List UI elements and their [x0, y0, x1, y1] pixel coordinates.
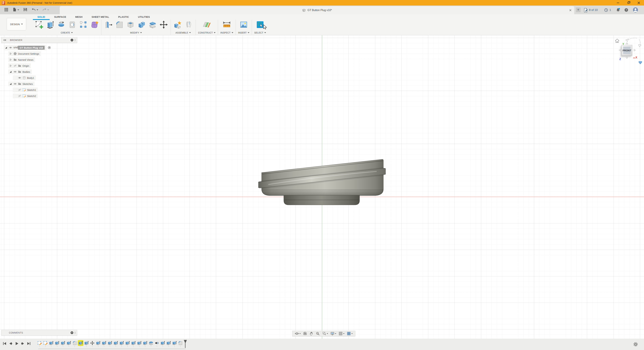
tool-press-pull-button[interactable]: [104, 20, 113, 29]
design-workspace-menu[interactable]: DESIGN: [7, 18, 26, 30]
browser-row-document-settings[interactable]: Document Settings: [1, 51, 77, 57]
user-avatar[interactable]: [633, 8, 638, 12]
timeline-feature-23-extrude[interactable]: [166, 341, 171, 347]
tool-split-body-button[interactable]: [148, 20, 157, 29]
tool-joint-button[interactable]: [184, 20, 193, 29]
visibility-eye-icon[interactable]: [9, 46, 12, 49]
ribbon-tab-plastic[interactable]: PLASTIC: [114, 14, 134, 20]
activate-component-radio[interactable]: [48, 46, 51, 49]
skip-to-end-button[interactable]: [26, 341, 31, 346]
expander-collapsed-icon[interactable]: [9, 64, 12, 67]
tool-insert-image-button[interactable]: [239, 20, 248, 29]
tool-combine-button[interactable]: [137, 20, 146, 29]
timeline-feature-5-extrude[interactable]: [61, 341, 65, 347]
play-button[interactable]: [14, 341, 19, 346]
expander-expanded-icon[interactable]: [5, 46, 8, 49]
quick-access-save-icon[interactable]: [22, 6, 29, 13]
tool-hole-button[interactable]: [68, 20, 77, 29]
viewcube-arrow-up[interactable]: [626, 42, 628, 44]
ribbon-group-label-insert[interactable]: INSERT: [238, 31, 250, 34]
tool-create-form-button[interactable]: [90, 20, 99, 29]
visibility-eye-icon[interactable]: [18, 76, 21, 80]
tool-revolve-button[interactable]: [57, 20, 66, 29]
timeline-feature-9-extrude[interactable]: [84, 341, 89, 347]
grid-and-snaps-button[interactable]: [338, 331, 346, 336]
timeline-feature-3-extrude[interactable]: [49, 341, 54, 347]
browser-row-bodies[interactable]: Bodies: [1, 69, 77, 75]
home-view-icon[interactable]: [615, 38, 620, 43]
timeline-feature-2-sketch[interactable]: [43, 341, 48, 347]
timeline-feature-16-extrude[interactable]: [125, 341, 130, 347]
panel-resize-grip[interactable]: [75, 332, 75, 334]
browser-row-gt-button-plug-v10[interactable]: undefinedGT Button Plug v10: [1, 44, 77, 51]
document-counter-icon[interactable]: [583, 8, 588, 12]
ground-plane-icon[interactable]: [638, 61, 642, 64]
browser-panel-header[interactable]: BROWSER: [1, 37, 77, 43]
fit-button[interactable]: [321, 331, 329, 336]
timeline-feature-19-extrude[interactable]: [143, 341, 148, 347]
ribbon-group-label-modify[interactable]: MODIFY: [130, 31, 142, 34]
ribbon-tab-sheet-metal[interactable]: SHEET METAL: [87, 14, 114, 20]
add-comment-icon[interactable]: [70, 331, 74, 334]
tool-extrude-button[interactable]: [46, 20, 55, 29]
timeline-feature-11-extrude[interactable]: [96, 341, 100, 347]
panel-resize-grip[interactable]: [75, 39, 75, 41]
skip-to-start-button[interactable]: [2, 341, 7, 346]
tool-construct-plane-button[interactable]: [202, 20, 211, 29]
ribbon-group-label-inspect[interactable]: INSPECT: [220, 31, 233, 34]
ribbon-group-label-create[interactable]: CREATE: [61, 31, 73, 34]
comments-panel-header[interactable]: COMMENTS: [1, 330, 77, 336]
timeline-settings-gear-icon[interactable]: [633, 342, 638, 347]
notifications-bell-icon[interactable]: [616, 8, 620, 12]
viewcube-arrow-right[interactable]: [634, 49, 636, 51]
help-icon[interactable]: ?: [624, 8, 628, 12]
ribbon-tab-solid[interactable]: SOLID: [33, 14, 50, 20]
quick-access-file-icon[interactable]: [11, 6, 20, 13]
ribbon-group-label-select[interactable]: SELECT: [254, 31, 266, 34]
ribbon-group-label-construct[interactable]: CONSTRUCT: [198, 31, 216, 34]
document-tab[interactable]: GT Button Plug v10*: [60, 6, 574, 14]
tool-select-button[interactable]: [257, 21, 264, 28]
tool-fillet-button[interactable]: [115, 20, 124, 29]
timeline-feature-25-fillet[interactable]: [178, 341, 183, 347]
quick-access-redo-icon[interactable]: [41, 6, 50, 13]
minimize-button[interactable]: [613, 0, 623, 6]
visibility-eye-icon[interactable]: [14, 70, 17, 74]
browser-row-named-views[interactable]: Named Views: [1, 57, 77, 63]
browser-row-origin[interactable]: Origin: [1, 63, 77, 69]
step-back-button[interactable]: [8, 341, 13, 346]
browser-row-sketch2[interactable]: Sketch2: [1, 93, 77, 99]
tool-create-sketch-button[interactable]: [34, 20, 44, 29]
timeline-feature-24-extrude[interactable]: [172, 341, 177, 347]
browser-row-sketch1[interactable]: Sketch1: [1, 87, 77, 93]
timeline-feature-20-split[interactable]: [149, 341, 153, 347]
ribbon-tab-mesh[interactable]: MESH: [71, 14, 87, 20]
timeline-feature-17-extrude[interactable]: [131, 341, 136, 347]
tool-move-copy-button[interactable]: [159, 20, 168, 29]
restore-button[interactable]: [623, 0, 634, 6]
timeline-feature-4-extrude[interactable]: [55, 341, 59, 347]
expander-expanded-icon[interactable]: [9, 82, 12, 85]
step-forward-button[interactable]: [20, 341, 25, 346]
expander-collapsed-icon[interactable]: [9, 52, 12, 55]
timeline-playhead[interactable]: [184, 340, 187, 348]
tool-new-component-button[interactable]: [173, 20, 182, 29]
display-settings-button[interactable]: [329, 331, 338, 336]
timeline-feature-8-extrude[interactable]: [78, 341, 83, 347]
remove-panel-icon[interactable]: [70, 38, 74, 42]
visibility-eye-icon[interactable]: [14, 82, 17, 86]
viewport-canvas[interactable]: [0, 35, 644, 350]
orbit-button[interactable]: [294, 331, 302, 336]
tool-shell-button[interactable]: [126, 20, 135, 29]
viewcube-front-face[interactable]: FRONT: [622, 45, 632, 56]
visibility-eye-off-icon[interactable]: [18, 94, 21, 98]
quick-access-undo-icon[interactable]: [30, 6, 40, 13]
timeline-feature-15-extrude[interactable]: [120, 341, 124, 347]
pan-button[interactable]: [308, 331, 314, 336]
model-body-gt-button-plug[interactable]: [258, 156, 386, 208]
viewports-button[interactable]: [346, 331, 354, 336]
visibility-eye-off-icon[interactable]: [14, 64, 17, 68]
ribbon-tab-surface[interactable]: SURFACE: [50, 14, 71, 20]
visibility-eye-off-icon[interactable]: [18, 88, 21, 92]
job-status-clock-icon[interactable]: [604, 8, 608, 12]
